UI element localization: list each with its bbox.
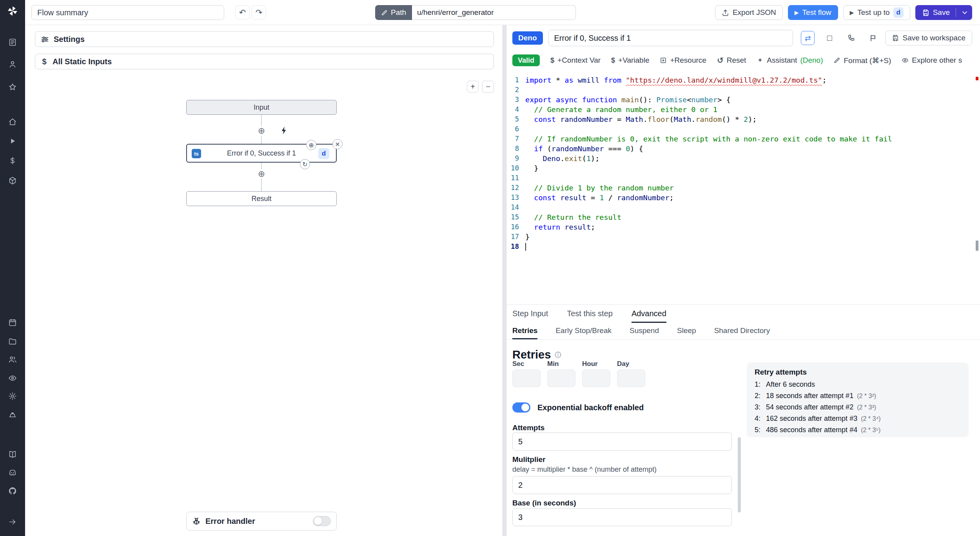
sidebar-home-icon[interactable] <box>5 114 20 130</box>
path-input[interactable] <box>412 5 576 20</box>
multiplier-input[interactable] <box>512 476 732 494</box>
save-to-workspace-button[interactable]: Save to workspace <box>885 31 972 45</box>
sidebar-folder-icon[interactable] <box>5 333 20 349</box>
test-flow-button[interactable]: ▶ Test flow <box>788 5 838 20</box>
code-line[interactable]: 10 } <box>506 163 980 173</box>
fullscreen-icon[interactable]: □ <box>822 31 836 45</box>
code-line[interactable]: 8 if (randomNumber === 0) { <box>506 144 980 154</box>
test-up-to-button[interactable]: ▶ Test up to d <box>843 5 910 20</box>
sidebar-user-icon[interactable] <box>5 56 20 72</box>
valid-badge: Valid <box>512 54 540 66</box>
code-line[interactable]: 5 const randomNumber = Math.floor(Math.r… <box>506 114 980 124</box>
windmill-logo-icon[interactable] <box>5 4 20 18</box>
code-line[interactable]: 3export async function main(): Promise<n… <box>506 95 980 105</box>
subtab-sleep[interactable]: Sleep <box>677 323 696 339</box>
code-line[interactable]: 14 <box>506 203 980 212</box>
scrollbar-thumb[interactable] <box>738 437 741 512</box>
retry-sec-input[interactable] <box>512 369 541 387</box>
subtab-shared-directory[interactable]: Shared Directory <box>714 323 770 339</box>
toolbar-format-s-button[interactable]: Format (⌘+S) <box>833 56 891 65</box>
code-line[interactable]: 7 // If randomNumber is 0, exit the scri… <box>506 134 980 144</box>
step-title-input[interactable] <box>548 30 793 46</box>
code-line[interactable]: 6 <box>506 124 980 134</box>
toolbar-resource-button[interactable]: +Resource <box>660 56 706 65</box>
add-branch-button[interactable]: ⊕ <box>306 140 316 150</box>
sidebar-arrow-right-icon[interactable] <box>5 514 20 530</box>
subtab-suspend[interactable]: Suspend <box>630 323 659 339</box>
redo-button[interactable]: ↷ <box>252 5 266 20</box>
insert-step-button[interactable]: ⊕ <box>257 169 266 179</box>
sidebar-cube-icon[interactable] <box>5 173 20 188</box>
toolbar-context-var-button[interactable]: $+Context Var <box>550 56 601 65</box>
tab-test-this-step[interactable]: Test this step <box>567 305 613 323</box>
flow-settings-button[interactable]: Settings <box>35 31 494 47</box>
sidebar-hard-hat-icon[interactable] <box>5 407 20 423</box>
sidebar-play-icon[interactable] <box>5 133 20 149</box>
code-line[interactable]: 1import * as wmill from "https://deno.la… <box>506 75 980 85</box>
sidebar-book-icon[interactable] <box>5 446 20 462</box>
sidebar-document-icon[interactable] <box>5 34 20 50</box>
plus-box-icon <box>660 57 667 64</box>
code-editor[interactable]: 1import * as wmill from "https://deno.la… <box>506 70 980 304</box>
code-line[interactable]: 16 return result; <box>506 222 980 232</box>
insert-step-button[interactable]: ⊕ <box>257 126 266 136</box>
export-json-button[interactable]: Export JSON <box>715 5 783 20</box>
chevron-down-icon[interactable] <box>961 9 969 16</box>
language-badge[interactable]: Deno <box>512 31 543 45</box>
line-number: 16 <box>506 222 525 232</box>
sidebar-discord-icon[interactable] <box>5 465 20 480</box>
sidebar-gear-icon[interactable] <box>5 388 20 404</box>
retry-min-input[interactable] <box>547 369 575 387</box>
attempts-input[interactable] <box>512 433 732 451</box>
code-line[interactable]: 13 const result = 1 / randomNumber; <box>506 193 980 203</box>
bug-icon <box>192 517 201 525</box>
flow-step-node[interactable]: ts Error if 0, Success if 1 d ⊕ ✕ ↻ <box>186 144 337 163</box>
code-line[interactable]: 9 Deno.exit(1); <box>506 154 980 163</box>
base-input[interactable] <box>512 508 732 526</box>
all-static-inputs-button[interactable]: $ All Static Inputs <box>35 54 494 69</box>
code-line[interactable]: 11 <box>506 173 980 183</box>
retry-hour-input[interactable] <box>582 369 610 387</box>
code-line[interactable]: 15 // Return the result <box>506 212 980 222</box>
retry-loop-icon[interactable]: ↻ <box>300 159 310 169</box>
sidebar-eye-icon[interactable] <box>5 370 20 386</box>
trigger-bolt-icon[interactable] <box>279 126 289 135</box>
tab-advanced[interactable]: Advanced <box>632 305 666 323</box>
sidebar-github-icon[interactable] <box>5 483 20 499</box>
subtab-early-stop-break[interactable]: Early Stop/Break <box>555 323 612 339</box>
subtab-retries[interactable]: Retries <box>512 323 537 339</box>
exponential-backoff-toggle[interactable] <box>512 402 530 413</box>
result-node-label: Result <box>251 195 271 203</box>
code-line[interactable]: 17} <box>506 232 980 242</box>
undo-button[interactable]: ↶ <box>235 5 250 20</box>
sidebar-calendar-icon[interactable] <box>5 315 20 330</box>
toolbar-reset-button[interactable]: ↺Reset <box>717 56 746 65</box>
code-line[interactable]: 12 // Divide 1 by the random number <box>506 183 980 193</box>
panel-resizer[interactable] <box>503 25 506 536</box>
save-button[interactable]: Save <box>915 5 972 20</box>
path-badge: Path <box>375 5 412 20</box>
toolbar-explore-other-s-button[interactable]: Explore other s <box>902 56 962 65</box>
error-handler-toggle[interactable] <box>313 516 331 526</box>
sidebar-dollar-icon[interactable] <box>5 153 20 168</box>
info-icon[interactable] <box>554 351 562 359</box>
zoom-in-button[interactable]: + <box>467 81 479 92</box>
sidebar-users-icon[interactable] <box>5 351 20 367</box>
retry-day-input[interactable] <box>617 369 645 387</box>
sidebar-star-icon[interactable] <box>5 79 20 95</box>
delete-step-button[interactable]: ✕ <box>332 139 343 149</box>
toolbar-assistant-button[interactable]: Assistant(Deno) <box>757 56 823 65</box>
code-line[interactable]: 18 <box>506 242 980 252</box>
toolbar-variable-button[interactable]: $+Variable <box>611 56 649 65</box>
swap-editor-icon[interactable]: ⇄ <box>801 31 815 45</box>
code-line[interactable]: 2 <box>506 85 980 95</box>
flow-input-node[interactable]: Input <box>186 100 337 115</box>
flow-summary-input[interactable] <box>31 5 224 20</box>
code-line[interactable]: 4 // Generate a random number, either 0 … <box>506 105 980 114</box>
error-handler-bar[interactable]: Error handler <box>186 512 337 531</box>
zoom-out-button[interactable]: − <box>482 81 494 92</box>
flow-result-node[interactable]: Result <box>186 191 337 206</box>
tab-step-input[interactable]: Step Input <box>512 305 548 323</box>
flag-icon[interactable] <box>866 31 880 45</box>
phone-icon[interactable] <box>844 31 858 45</box>
